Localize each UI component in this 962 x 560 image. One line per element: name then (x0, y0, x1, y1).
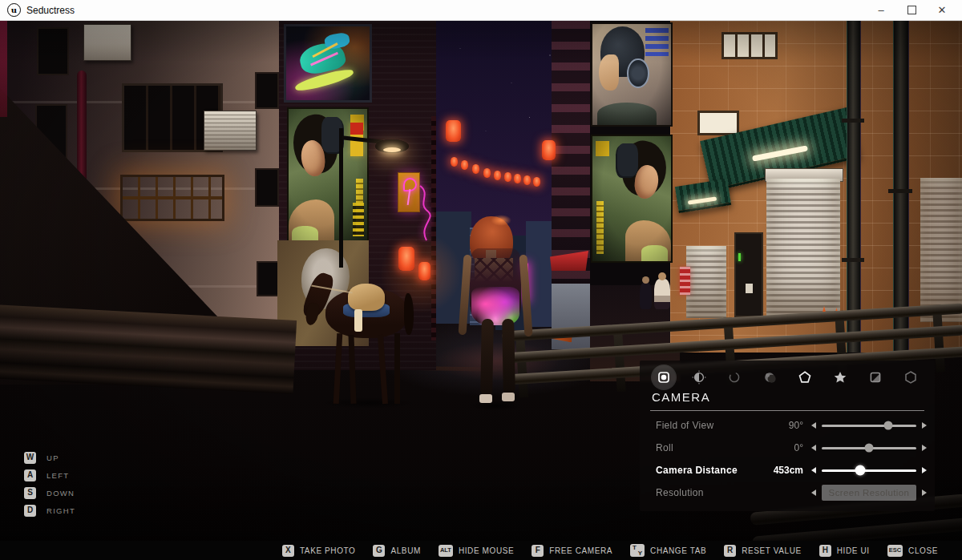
hotkey-label: ALBUM (390, 546, 420, 555)
slider-track[interactable] (822, 425, 916, 427)
key-s: S (24, 487, 36, 499)
hotkey-reset-value: R RESET VALUE (724, 545, 802, 557)
tab-pentagon[interactable] (793, 365, 817, 389)
option-next-arrow[interactable] (922, 489, 927, 496)
slider-track[interactable] (822, 469, 916, 472)
hotkey-label: HIDE UI (837, 546, 870, 555)
slider-thumb[interactable] (883, 421, 892, 430)
maximize-icon (907, 6, 916, 14)
npc-dark-head (642, 276, 649, 284)
npc-white-head (658, 272, 666, 280)
tab-frame[interactable] (863, 365, 887, 389)
hotkey-change-tab: T Y CHANGE TAB (630, 544, 706, 557)
wall-lantern (418, 262, 430, 280)
dark-window (255, 168, 279, 207)
frame-icon (868, 370, 883, 385)
hint-row-right: D RIGHT (24, 502, 75, 519)
npc-dark-figure (640, 282, 652, 309)
key-t: T (633, 544, 637, 551)
hint-label: DOWN (46, 489, 75, 498)
tab-lens-arc[interactable] (722, 365, 746, 389)
key-r: R (724, 545, 736, 557)
tab-star[interactable] (828, 365, 852, 389)
hanging-lantern (533, 177, 540, 187)
sphere-icon (762, 370, 777, 385)
character-right-leg (502, 319, 515, 394)
slider-decrease-arrow[interactable] (811, 422, 816, 429)
right-center-building (552, 21, 595, 284)
key-g: G (373, 545, 385, 557)
vertical-red-sign (680, 267, 690, 295)
panel-title: CAMERA (652, 390, 710, 404)
billboard-helmet-girl (591, 22, 673, 127)
minimize-button[interactable]: – (866, 0, 896, 20)
lit-window-orange (120, 175, 224, 221)
tab-viewfinder[interactable] (652, 365, 676, 389)
slider-increase-arrow[interactable] (922, 467, 927, 473)
hanging-lantern (472, 164, 479, 174)
slider-increase-arrow[interactable] (922, 445, 927, 451)
horse-tail (404, 293, 414, 335)
slider-track[interactable] (822, 447, 916, 449)
hanging-lantern (451, 157, 458, 167)
right-poster-column (590, 21, 670, 285)
row-label: Field of View (656, 420, 758, 431)
row-camera-distance: Camera Distance 453cm (640, 459, 935, 481)
hint-label: RIGHT (46, 506, 75, 515)
hint-row-down: S DOWN (24, 484, 75, 502)
window-title-bar: u Seductress – ✕ (0, 0, 962, 21)
character-left-shoe (479, 394, 492, 403)
slider-decrease-arrow[interactable] (811, 445, 816, 451)
street-lamp-bulb (383, 147, 401, 152)
hotkey-take-photo: X TAKE PHOTO (282, 545, 356, 557)
key-d: D (24, 505, 36, 517)
tab-sphere[interactable] (758, 365, 782, 389)
door-notice (746, 284, 753, 293)
character-hair-rim-light (491, 215, 511, 226)
slider-increase-arrow[interactable] (922, 422, 927, 429)
slider-decrease-arrow[interactable] (811, 467, 816, 473)
character-right-shoe (502, 393, 515, 401)
row-field-of-view: Field of View 90° (640, 414, 935, 437)
wall-lantern (398, 247, 414, 271)
close-button[interactable]: ✕ (927, 0, 957, 20)
option-previous-arrow[interactable] (811, 489, 816, 496)
hotkey-label: FREE CAMERA (549, 546, 612, 555)
green-awning-small (675, 179, 731, 213)
billboard-sneaker (284, 24, 372, 103)
door-led (738, 253, 741, 261)
maximize-button[interactable] (896, 0, 927, 20)
stirrup-strap (354, 309, 362, 332)
slider-thumb[interactable] (865, 444, 874, 453)
lit-window-white (697, 111, 739, 135)
tab-contrast[interactable] (687, 365, 711, 389)
tab-hexagon[interactable] (899, 365, 923, 389)
hanging-lantern (494, 171, 501, 180)
row-value: 0° (758, 442, 803, 453)
dark-window (37, 27, 69, 75)
hotkey-hide-ui: H HIDE UI (819, 545, 870, 557)
roller-shutter-left (686, 246, 726, 318)
hanging-lantern (461, 160, 468, 170)
hexagon-icon (903, 370, 918, 385)
hint-row-up: W UP (24, 449, 75, 466)
pentagon-icon (798, 370, 812, 385)
key-t-y: T Y (630, 544, 645, 557)
row-label: Camera Distance (656, 465, 758, 476)
row-roll: Roll 0° (640, 437, 935, 459)
dark-door (734, 232, 763, 317)
row-label: Resolution (656, 487, 758, 498)
contrast-icon (692, 370, 706, 385)
street-lamp-pole (339, 128, 343, 268)
hanging-lantern (523, 175, 531, 185)
game-viewport: W UP A LEFT S DOWN D RIGHT (0, 21, 962, 541)
player-character (449, 213, 529, 413)
key-esc: ESC (887, 545, 903, 557)
row-label: Roll (656, 442, 758, 453)
hotkey-album: G ALBUM (373, 545, 420, 557)
horse-leg (333, 333, 343, 404)
key-a: A (24, 469, 36, 481)
horse (305, 269, 417, 407)
resolution-option-button[interactable]: Screen Resolution (822, 485, 916, 501)
slider-thumb[interactable] (855, 465, 866, 476)
